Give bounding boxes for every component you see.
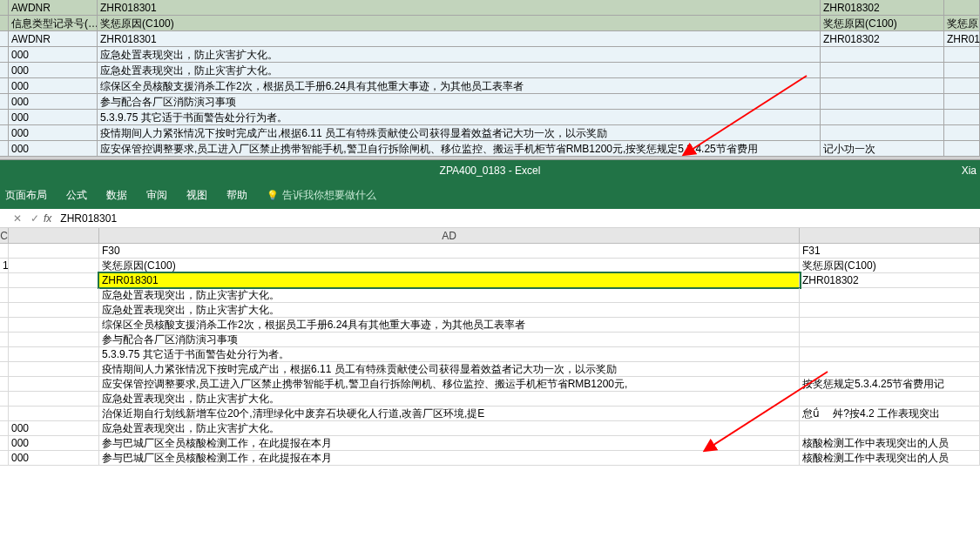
sheet-cell[interactable] (9, 362, 99, 376)
sheet-cell[interactable] (9, 259, 99, 272)
sheet-cell[interactable] (800, 421, 980, 435)
sheet-cell[interactable]: 奖惩原因(C100) (800, 259, 980, 272)
col-extra[interactable] (944, 0, 980, 16)
tab-pagelayout[interactable]: 页面布局 (5, 188, 47, 203)
sheet-row[interactable]: 应安保管控调整要求,员工进入厂区禁止携带智能手机,警卫自行拆除闸机、移位监控、搬… (0, 377, 980, 392)
sheet-cell[interactable] (9, 407, 99, 420)
sheet-cell[interactable]: 应急处置表现突出，防止灾害扩大化。 (99, 421, 800, 435)
col-zhr018302[interactable]: ZHR018302 (821, 0, 944, 16)
sheet-cell[interactable]: 参与巴城厂区全员核酸检测工作，在此提报在本月 (99, 451, 800, 465)
sheet-cell[interactable] (800, 392, 980, 406)
formula-input[interactable]: ZHR018301 (57, 212, 980, 225)
colhdr-next[interactable] (800, 228, 980, 243)
sheet-row[interactable]: 000参与巴城厂区全员核酸检测工作，在此提报在本月核酸检测工作中表现突出的人员 (0, 451, 980, 466)
sheet-row[interactable]: 000参与巴城厂区全员核酸检测工作，在此提报在本月核酸检测工作中表现突出的人员 (0, 436, 980, 451)
sheet-cell[interactable] (0, 333, 9, 346)
sheet-row[interactable]: 000应急处置表现突出，防止灾害扩大化。 (0, 421, 980, 436)
sheet-cell[interactable] (800, 347, 980, 361)
sheet-cell[interactable] (9, 303, 99, 317)
sheet-row[interactable]: 应急处置表现突出，防止灾害扩大化。 (0, 303, 980, 318)
sheet-row[interactable]: 5.3.9.75 其它适于书面警告处分行为者。 (0, 347, 980, 362)
tab-review[interactable]: 审阅 (146, 188, 167, 203)
sheet-cell[interactable]: 000 (9, 436, 99, 450)
sheet-cell[interactable]: 参与巴城厂区全员核酸检测工作，在此提报在本月 (99, 436, 800, 450)
col-awdnr[interactable]: AWDNR (9, 0, 98, 16)
fx-label[interactable]: fx (44, 212, 51, 225)
sheet-cell[interactable] (0, 347, 9, 361)
sheet-cell[interactable] (0, 303, 9, 317)
sheet-row[interactable]: F30F31 (0, 244, 980, 259)
sheet-cell[interactable]: 核酸检测工作中表现突出的人员 (800, 451, 980, 465)
sheet-cell[interactable]: 按奖惩规定5.3.4.25节省费用记 (800, 377, 980, 391)
table-row[interactable]: AWDNRZHR018301ZHR018302ZHR01 (0, 31, 980, 47)
sheet-cell[interactable] (0, 273, 9, 287)
sheet-cell[interactable] (9, 318, 99, 332)
sheet-cell[interactable]: 5.3.9.75 其它适于书面警告处分行为者。 (99, 347, 800, 361)
sheet-cell[interactable]: 综保区全员核酸支援消杀工作2次，根据员工手册6.24具有其他重大事迹，为其他员工… (99, 318, 800, 332)
colhdr-blank[interactable] (9, 228, 99, 243)
sheet-cell[interactable]: F30 (99, 244, 800, 258)
sheet-row[interactable]: 1奖惩原因(C100)奖惩原因(C100) (0, 259, 980, 273)
sheet-cell[interactable]: F31 (800, 244, 980, 258)
tab-formulas[interactable]: 公式 (66, 188, 87, 203)
cancel-icon[interactable]: ✕ (9, 212, 26, 225)
sheet-cell[interactable] (0, 318, 9, 332)
sheet-row[interactable]: 应急处置表现突出，防止灾害扩大化。 (0, 288, 980, 303)
colhdr-c[interactable]: C (0, 228, 9, 243)
table-row[interactable]: 0005.3.9.75 其它适于书面警告处分行为者。 (0, 110, 980, 125)
sheet-row[interactable]: 疫情期间人力紧张情况下按时完成产出，根据6.11 员工有特殊贡献使公司获得显着效… (0, 362, 980, 377)
sheet-cell[interactable] (9, 392, 99, 406)
sap-alv-grid[interactable]: AWDNR ZHR018301 ZHR018302 信息类型记录号(… 奖惩原因… (0, 0, 980, 157)
sheet-row[interactable]: 治保近期自行划线新增车位20个,清理绿化中废弃石块硬化人行道,改善厂区环境,提E… (0, 407, 980, 421)
col-zhr018301[interactable]: ZHR018301 (98, 0, 821, 16)
sheet-cell[interactable] (9, 244, 99, 258)
table-row[interactable]: 000疫情期间人力紧张情况下按时完成产出,根据6.11 员工有特殊贡献使公司获得… (0, 125, 980, 141)
sheet-cell[interactable] (9, 288, 99, 302)
sheet-cell[interactable] (0, 436, 9, 450)
sheet-cell[interactable]: ZHR018301 (99, 273, 800, 287)
sheet-cell[interactable] (0, 377, 9, 391)
sheet-cell[interactable]: 参与配合各厂区消防演习事项 (99, 333, 800, 346)
sheet-cell[interactable]: 应急处置表现突出，防止灾害扩大化。 (99, 303, 800, 317)
sheet-cell[interactable]: ZHR018302 (800, 273, 980, 287)
sheet-cell[interactable] (0, 421, 9, 435)
sheet-cell[interactable] (9, 377, 99, 391)
table-row[interactable]: 000参与配合各厂区消防演习事项 (0, 94, 980, 110)
tab-view[interactable]: 视图 (186, 188, 207, 203)
sheet-cell[interactable]: 怠ǘ 舛?按4.2 工作表现突出 (800, 407, 980, 420)
sheet-row[interactable]: 参与配合各厂区消防演习事项 (0, 333, 980, 347)
sheet-cell[interactable] (9, 273, 99, 287)
sheet-row[interactable]: 应急处置表现突出，防止灾害扩大化。 (0, 392, 980, 407)
sheet-cell[interactable] (0, 288, 9, 302)
sheet-cell[interactable] (0, 407, 9, 420)
table-row[interactable]: 000综保区全员核酸支援消杀工作2次，根据员工手册6.24具有其他重大事迹，为其… (0, 78, 980, 94)
colhdr-ad[interactable]: AD (99, 228, 800, 243)
table-row[interactable]: 000应急处置表现突出，防止灾害扩大化。 (0, 63, 980, 78)
sheet-cell[interactable]: 治保近期自行划线新增车位20个,清理绿化中废弃石块硬化人行道,改善厂区环境,提E (99, 407, 800, 420)
sheet-cell[interactable]: 000 (9, 421, 99, 435)
sheet-cell[interactable] (800, 288, 980, 302)
sheet-cell[interactable]: 应安保管控调整要求,员工进入厂区禁止携带智能手机,警卫自行拆除闸机、移位监控、搬… (99, 377, 800, 391)
sheet-row[interactable]: 综保区全员核酸支援消杀工作2次，根据员工手册6.24具有其他重大事迹，为其他员工… (0, 318, 980, 333)
tell-me[interactable]: 告诉我你想要做什么 (267, 188, 376, 203)
sheet-cell[interactable] (0, 451, 9, 465)
sheet-cell[interactable]: 疫情期间人力紧张情况下按时完成产出，根据6.11 员工有特殊贡献使公司获得显着效… (99, 362, 800, 376)
sheet-cell[interactable]: 奖惩原因(C100) (99, 259, 800, 272)
sheet-cell[interactable] (800, 362, 980, 376)
sheet-row[interactable]: ZHR018301ZHR018302 (0, 273, 980, 288)
sheet-cell[interactable] (800, 333, 980, 346)
sheet-cell[interactable]: 应急处置表现突出，防止灾害扩大化。 (99, 288, 800, 302)
sheet-cell[interactable]: 000 (9, 451, 99, 465)
sheet-cell[interactable] (0, 362, 9, 376)
table-row[interactable]: 000应急处置表现突出，防止灾害扩大化。 (0, 47, 980, 63)
sheet-cell[interactable] (800, 318, 980, 332)
tab-data[interactable]: 数据 (106, 188, 127, 203)
enter-icon[interactable]: ✓ (26, 212, 44, 225)
sheet-cell[interactable] (9, 333, 99, 346)
sheet-cell[interactable]: 1 (0, 259, 9, 272)
sheet-cell[interactable]: 应急处置表现突出，防止灾害扩大化。 (99, 392, 800, 406)
sheet-cell[interactable] (9, 347, 99, 361)
sheet-cell[interactable] (800, 303, 980, 317)
tab-help[interactable]: 帮助 (226, 188, 247, 203)
table-row[interactable]: 000应安保管控调整要求,员工进入厂区禁止携带智能手机,警卫自行拆除闸机、移位监… (0, 141, 980, 157)
